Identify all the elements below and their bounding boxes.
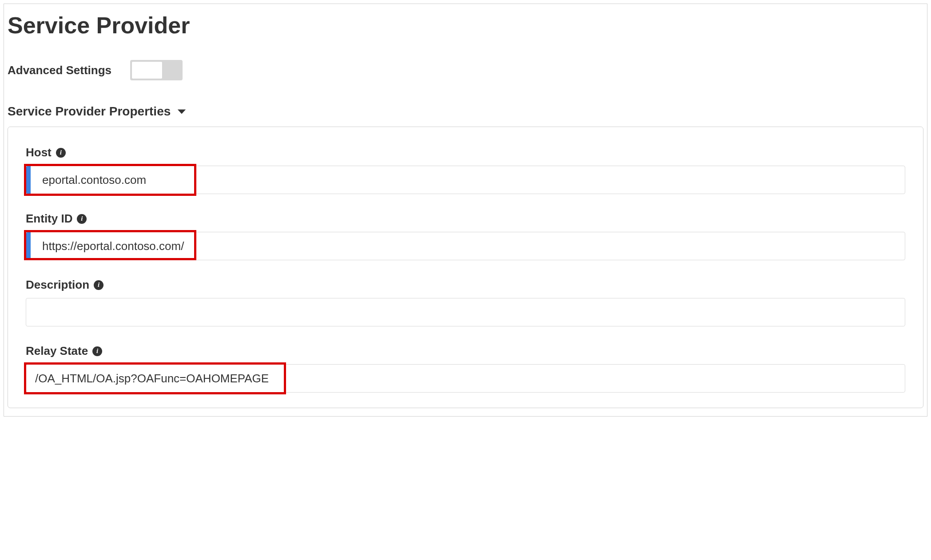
service-provider-panel: Service Provider Advanced Settings Servi… (4, 4, 927, 417)
properties-panel: Host i Entity ID i Descrip (8, 127, 923, 408)
advanced-settings-toggle[interactable] (130, 60, 183, 80)
field-label-row: Relay State i (26, 344, 905, 358)
description-label: Description (26, 278, 89, 292)
section-header-row[interactable]: Service Provider Properties (8, 104, 923, 119)
focus-indicator (26, 232, 31, 260)
svg-marker-0 (178, 109, 186, 114)
field-group-entity-id: Entity ID i (26, 212, 905, 260)
toggle-knob (131, 61, 163, 79)
field-group-description: Description i (26, 278, 905, 326)
focus-indicator (26, 166, 31, 194)
description-input-wrap (26, 298, 905, 326)
advanced-settings-row: Advanced Settings (8, 60, 923, 80)
relay-state-input-wrap (26, 364, 905, 393)
caret-down-icon[interactable] (177, 108, 187, 115)
entity-id-input-wrap (26, 232, 905, 260)
relay-state-label: Relay State (26, 344, 88, 358)
info-icon[interactable]: i (77, 214, 87, 224)
field-label-row: Description i (26, 278, 905, 292)
page-title: Service Provider (8, 12, 923, 39)
entity-id-input[interactable] (26, 232, 905, 260)
section-heading: Service Provider Properties (8, 104, 171, 119)
field-label-row: Entity ID i (26, 212, 905, 226)
field-group-host: Host i (26, 146, 905, 194)
info-icon[interactable]: i (56, 148, 66, 158)
field-label-row: Host i (26, 146, 905, 159)
entity-id-label: Entity ID (26, 212, 72, 226)
host-input-wrap (26, 166, 905, 194)
info-icon[interactable]: i (94, 280, 103, 290)
relay-state-input[interactable] (26, 364, 905, 393)
host-input[interactable] (26, 166, 905, 194)
host-label: Host (26, 146, 52, 159)
description-input[interactable] (26, 298, 905, 326)
advanced-settings-label: Advanced Settings (8, 64, 111, 77)
field-group-relay-state: Relay State i (26, 344, 905, 393)
info-icon[interactable]: i (92, 346, 102, 356)
